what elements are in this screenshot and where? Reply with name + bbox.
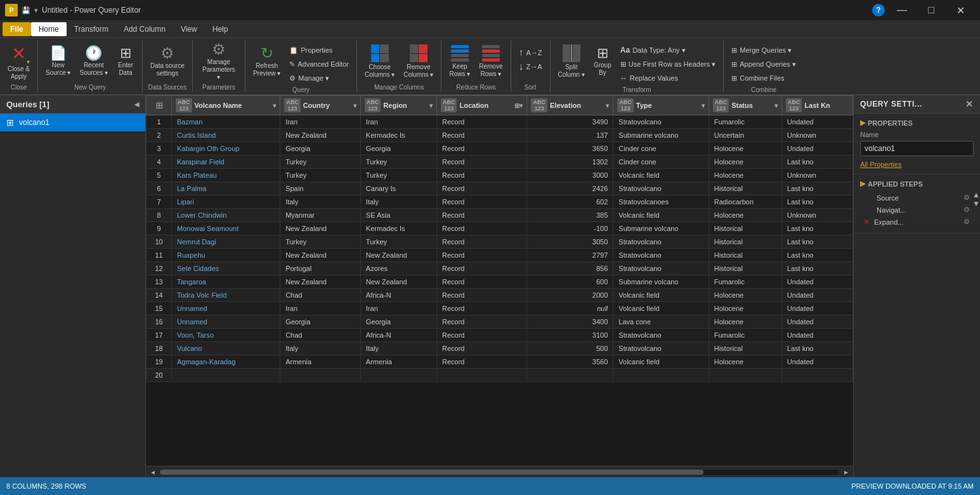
menu-help[interactable]: Help bbox=[205, 22, 236, 36]
col-header-elevation[interactable]: ABC123 Elevation ▾ bbox=[527, 96, 613, 116]
cell-location[interactable]: Record bbox=[436, 195, 527, 209]
col-filter-elevation[interactable]: ▾ bbox=[606, 102, 609, 109]
cell-status: Holocene bbox=[709, 142, 781, 155]
menu-file[interactable]: File bbox=[3, 22, 31, 36]
replace-values-button[interactable]: ↔ Replace Values bbox=[617, 71, 719, 85]
applied-step-navigate[interactable]: Navigat... ⚙ bbox=[860, 204, 974, 216]
cell-last-known: Undated bbox=[781, 142, 853, 155]
cell-location[interactable]: Record bbox=[436, 129, 527, 142]
advanced-editor-button[interactable]: ✎ Advanced Editor bbox=[285, 57, 353, 71]
cell-location[interactable] bbox=[436, 369, 527, 382]
query-stack: 📋 Properties ✎ Advanced Editor ⚙ Manage … bbox=[285, 41, 353, 85]
scroll-left-button[interactable]: ◂ bbox=[148, 468, 157, 477]
cell-location[interactable]: Record bbox=[436, 116, 527, 129]
cell-location[interactable]: Record bbox=[436, 249, 527, 262]
data-type-icon: Aa bbox=[620, 46, 630, 55]
step-delete-icon[interactable]: ✕ bbox=[864, 218, 869, 225]
sort-desc-button[interactable]: ↓ Z→A bbox=[515, 60, 546, 74]
col-header-volcano-name[interactable]: ABC123 Volcano Name ▾ bbox=[172, 96, 280, 116]
query-name-input[interactable] bbox=[860, 141, 974, 156]
col-filter-type[interactable]: ▾ bbox=[702, 102, 705, 109]
cell-volcano-name: Unnamed bbox=[172, 302, 280, 315]
col-header-status[interactable]: ABC123 Status ▾ bbox=[709, 96, 781, 116]
maximize-button[interactable]: □ bbox=[917, 0, 946, 20]
all-properties-link[interactable]: All Properties bbox=[860, 161, 901, 168]
cell-location[interactable]: Record bbox=[436, 155, 527, 169]
help-icon[interactable]: ? bbox=[872, 4, 885, 16]
new-source-button[interactable]: 📄 NewSource ▾ bbox=[42, 41, 74, 82]
applied-step-expand[interactable]: ✕ Expand... ⚙ bbox=[860, 216, 974, 228]
combine-files-button[interactable]: ⊞ Combine Files bbox=[728, 71, 800, 85]
manage-parameters-button[interactable]: ⚙ ManageParameters ▾ bbox=[197, 41, 241, 82]
col-header-location[interactable]: ABC123 Location ⊞▾ bbox=[436, 96, 527, 116]
remove-rows-button[interactable]: RemoveRows ▾ bbox=[475, 41, 506, 82]
close-window-button[interactable]: ✕ bbox=[946, 0, 975, 20]
col-filter-country[interactable]: ▾ bbox=[353, 102, 356, 109]
applied-steps-expand-icon[interactable]: ▶ bbox=[860, 180, 865, 188]
scroll-up-button[interactable]: ▲ bbox=[972, 190, 980, 199]
scroll-down-button[interactable]: ▼ bbox=[972, 199, 980, 208]
cell-location[interactable]: Record bbox=[436, 329, 527, 342]
menu-add-column[interactable]: Add Column bbox=[116, 22, 173, 36]
recent-sources-button[interactable]: 🕐 RecentSources ▾ bbox=[75, 41, 111, 82]
horizontal-scrollbar[interactable] bbox=[160, 470, 839, 475]
menu-transform[interactable]: Transform bbox=[67, 22, 116, 36]
query-settings-close-button[interactable]: ✕ bbox=[965, 99, 974, 109]
cell-location[interactable]: Record bbox=[436, 302, 527, 315]
properties-button[interactable]: 📋 Properties bbox=[285, 43, 353, 57]
row-num-header: ⊞ bbox=[147, 96, 172, 116]
applied-step-source[interactable]: Source ⚙ bbox=[860, 192, 974, 204]
col-header-country[interactable]: ABC123 Country ▾ bbox=[280, 96, 361, 116]
properties-expand-icon[interactable]: ▶ bbox=[860, 119, 865, 127]
cell-location[interactable]: Record bbox=[436, 355, 527, 369]
use-first-row-button[interactable]: ⊞ Use First Row as Headers ▾ bbox=[617, 57, 719, 71]
cell-location[interactable]: Record bbox=[436, 182, 527, 195]
combine-files-label: Combine Files bbox=[740, 74, 784, 82]
menu-view[interactable]: View bbox=[173, 22, 205, 36]
data-table-container[interactable]: ⊞ ABC123 Volcano Name ▾ bbox=[146, 95, 853, 466]
remove-columns-button[interactable]: RemoveColumns ▾ bbox=[400, 41, 437, 82]
cell-location[interactable]: Record bbox=[436, 235, 527, 249]
cell-location[interactable]: Record bbox=[436, 209, 527, 222]
sidebar-item-volcano1[interactable]: ⊞ volcano1 bbox=[0, 114, 145, 131]
cell-location[interactable]: Record bbox=[436, 169, 527, 182]
keep-rows-button[interactable]: KeepRows ▾ bbox=[445, 41, 474, 82]
col-filter-location[interactable]: ⊞▾ bbox=[514, 102, 523, 109]
split-column-button[interactable]: SplitColumn ▾ bbox=[554, 41, 589, 82]
cell-volcano-name: La Palma bbox=[172, 182, 280, 195]
col-header-region[interactable]: ABC123 Region ▾ bbox=[360, 96, 436, 116]
scroll-right-button[interactable]: ▸ bbox=[842, 468, 851, 477]
cell-region: Italy bbox=[360, 342, 436, 355]
col-header-last-known[interactable]: ABC123 Last Kn bbox=[781, 96, 853, 116]
sort-asc-button[interactable]: ↑ A→Z bbox=[515, 46, 546, 60]
append-queries-button[interactable]: ⊞ Append Queries ▾ bbox=[728, 57, 800, 71]
step-gear-icon[interactable]: ⚙ bbox=[964, 194, 970, 202]
col-header-type[interactable]: ABC123 Type ▾ bbox=[613, 96, 709, 116]
col-filter-volcano-name[interactable]: ▾ bbox=[273, 102, 276, 109]
sidebar-collapse-icon[interactable]: ◂ bbox=[134, 99, 139, 109]
group-by-button[interactable]: ⊞ GroupBy bbox=[590, 41, 615, 82]
minimize-button[interactable]: — bbox=[887, 0, 917, 20]
cell-location[interactable]: Record bbox=[436, 315, 527, 329]
choose-columns-button[interactable]: ChooseColumns ▾ bbox=[361, 41, 398, 82]
enter-data-button[interactable]: ⊞ EnterData bbox=[113, 41, 138, 82]
cell-location[interactable]: Record bbox=[436, 142, 527, 155]
step-gear-icon[interactable]: ⚙ bbox=[964, 206, 970, 214]
row-number: 5 bbox=[147, 169, 172, 182]
merge-queries-button[interactable]: ⊞ Merge Queries ▾ bbox=[728, 43, 800, 57]
cell-location[interactable]: Record bbox=[436, 342, 527, 355]
data-type-button[interactable]: Aa Data Type: Any ▾ bbox=[617, 43, 719, 57]
cell-status: Radiocarbon bbox=[709, 195, 781, 209]
col-filter-region[interactable]: ▾ bbox=[429, 102, 433, 109]
data-source-settings-button[interactable]: ⚙ Data sourcesettings bbox=[147, 41, 188, 82]
manage-button[interactable]: ⚙ Manage ▾ bbox=[285, 71, 353, 85]
col-filter-status[interactable]: ▾ bbox=[774, 102, 778, 109]
cell-location[interactable]: Record bbox=[436, 275, 527, 289]
step-gear-icon[interactable]: ⚙ bbox=[964, 218, 970, 226]
cell-location[interactable]: Record bbox=[436, 289, 527, 302]
cell-location[interactable]: Record bbox=[436, 262, 527, 275]
cell-location[interactable]: Record bbox=[436, 222, 527, 235]
close-apply-button[interactable]: ✕ ▾ Close &Apply bbox=[4, 41, 34, 82]
menu-home[interactable]: Home bbox=[31, 22, 67, 36]
refresh-preview-button[interactable]: ↻ RefreshPreview ▾ bbox=[249, 41, 284, 82]
